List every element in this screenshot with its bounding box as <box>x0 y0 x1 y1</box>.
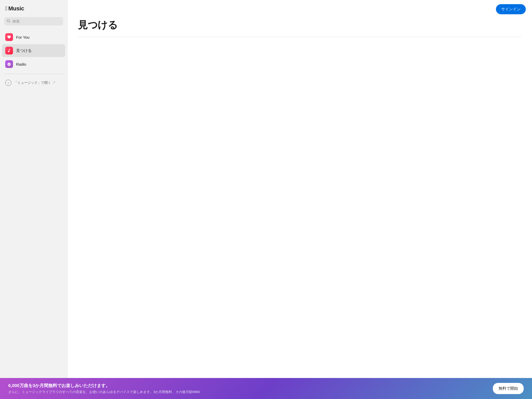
open-music-link[interactable]: ♪ 「ミュージック」で開く ↗ <box>0 77 67 88</box>
main-content: サインイン 見つける <box>67 0 532 378</box>
main-body: 見つける <box>67 18 532 378</box>
radio-icon <box>5 60 13 68</box>
search-icon <box>7 19 10 24</box>
sidebar-item-for-you-label: For You <box>16 35 30 39</box>
search-input[interactable] <box>4 17 63 25</box>
apple-icon:  <box>5 5 7 12</box>
page-title: 見つける <box>78 18 522 32</box>
svg-line-1 <box>9 22 10 22</box>
main-header: サインイン <box>67 0 532 18</box>
for-you-icon <box>5 33 13 41</box>
sidebar-divider <box>4 74 63 74</box>
sidebar:  Music For You <box>0 0 67 378</box>
browse-icon <box>5 47 13 54</box>
bottom-banner: 6,000万曲を3か月間無料でお楽しみいただけます。 さらに、ミュージックライブ… <box>0 378 532 399</box>
banner-cta-button[interactable]: 無料で開始 <box>493 383 524 394</box>
sidebar-item-browse-label: 見つける <box>16 48 32 53</box>
app-title: Music <box>8 5 24 12</box>
music-app-icon: ♪ <box>5 80 11 86</box>
app-logo:  Music <box>0 5 67 17</box>
banner-title: 6,000万曲を3か月間無料でお楽しみいただけます。 <box>8 383 493 389</box>
nav-menu: For You 見つける Radio <box>0 31 67 71</box>
signin-button[interactable]: サインイン <box>496 4 526 14</box>
sidebar-item-radio[interactable]: Radio <box>2 58 65 71</box>
title-divider <box>78 37 522 37</box>
sidebar-item-radio-label: Radio <box>16 62 26 66</box>
sidebar-item-for-you[interactable]: For You <box>2 31 65 44</box>
banner-text: 6,000万曲を3か月間無料でお楽しみいただけます。 さらに、ミュージックライブ… <box>8 383 493 394</box>
open-music-label: 「ミュージック」で開く ↗ <box>14 80 56 85</box>
svg-point-2 <box>9 64 9 65</box>
sidebar-item-browse[interactable]: 見つける <box>2 44 65 57</box>
search-bar[interactable] <box>4 17 63 25</box>
banner-subtitle: さらに、ミュージックライブラリのすべての音楽を、お使いのあらゆるデバイスで楽しめ… <box>8 390 493 394</box>
